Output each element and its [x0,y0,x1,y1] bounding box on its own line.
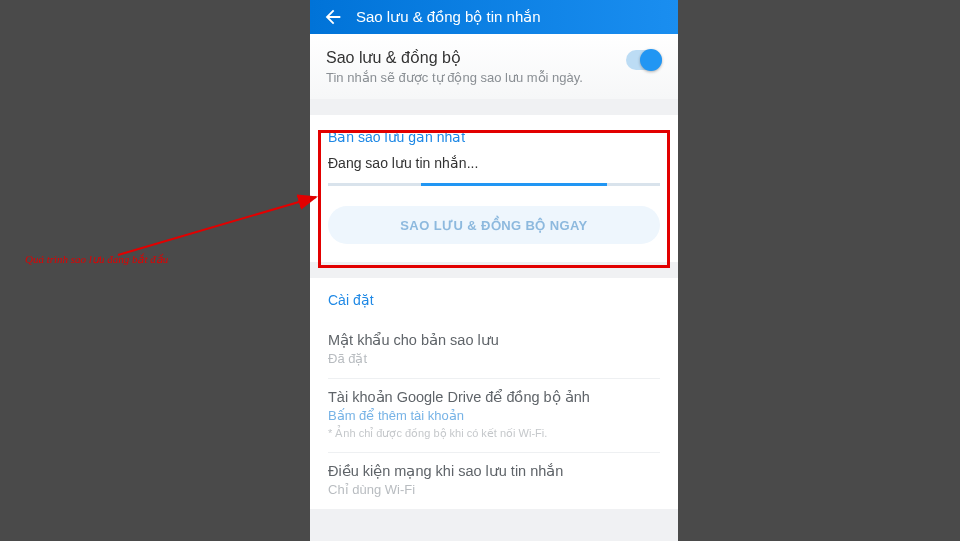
back-arrow-icon[interactable] [322,7,342,27]
sync-now-button[interactable]: SAO LƯU & ĐỒNG BỘ NGAY [328,206,660,244]
setting-note: * Ảnh chỉ được đồng bộ khi có kết nối Wi… [328,427,660,440]
setting-item-password[interactable]: Mật khẩu cho bản sao lưu Đã đặt [328,322,660,379]
setting-value: Bấm để thêm tài khoản [328,408,660,423]
settings-heading: Cài đặt [328,292,660,308]
sync-toggle-subtitle: Tin nhắn sẽ được tự động sao lưu mỗi ngà… [326,70,583,85]
setting-item-network[interactable]: Điều kiện mạng khi sao lưu tin nhắn Chỉ … [328,453,660,509]
setting-label: Tài khoản Google Drive để đồng bộ ảnh [328,389,660,405]
recent-backup-card: Bản sao lưu gần nhất Đang sao lưu tin nh… [310,115,678,262]
recent-backup-heading: Bản sao lưu gần nhất [328,129,660,145]
svg-line-0 [118,197,316,255]
backup-progress-bar [328,183,660,186]
sync-toggle-card: Sao lưu & đồng bộ Tin nhắn sẽ được tự độ… [310,34,678,99]
settings-card: Cài đặt Mật khẩu cho bản sao lưu Đã đặt … [310,278,678,509]
annotation-text: Quá trình sao lưu đang bắt đầu [25,253,168,266]
backup-status-text: Đang sao lưu tin nhắn... [328,155,660,171]
setting-item-google-drive[interactable]: Tài khoản Google Drive để đồng bộ ảnh Bấ… [328,379,660,453]
appbar-title: Sao lưu & đồng bộ tin nhắn [356,8,541,26]
sync-toggle-title: Sao lưu & đồng bộ [326,48,583,67]
phone-frame: Sao lưu & đồng bộ tin nhắn Sao lưu & đồn… [310,0,678,541]
app-bar: Sao lưu & đồng bộ tin nhắn [310,0,678,34]
setting-value: Đã đặt [328,351,660,366]
setting-label: Mật khẩu cho bản sao lưu [328,332,660,348]
sync-toggle-switch[interactable] [626,50,662,70]
setting-label: Điều kiện mạng khi sao lưu tin nhắn [328,463,660,479]
setting-value: Chỉ dùng Wi-Fi [328,482,660,497]
